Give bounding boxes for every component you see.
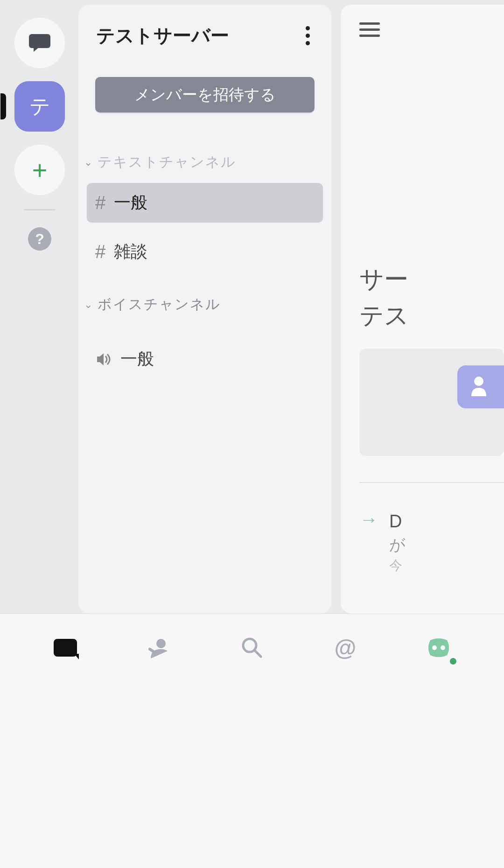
nav-profile[interactable]: [422, 631, 455, 665]
server-header: テストサーバー: [78, 5, 331, 49]
channel-name: 一般: [114, 191, 147, 214]
server-active-indicator: [0, 93, 6, 119]
hamburger-icon: [359, 22, 380, 25]
hash-icon: #: [95, 241, 105, 262]
chat-bubble-icon: [28, 33, 51, 53]
nav-mentions[interactable]: @: [329, 631, 362, 665]
nav-search[interactable]: [235, 631, 269, 665]
speaker-icon: [95, 351, 112, 368]
chevron-down-icon: ⌄: [84, 299, 93, 311]
plus-icon: +: [32, 155, 48, 185]
channel-name: 雑談: [114, 240, 147, 263]
hash-icon: #: [95, 192, 105, 213]
discord-logo-icon: [54, 639, 77, 657]
discord-face-icon: [426, 637, 452, 658]
voice-channel-list: 一般: [78, 339, 331, 379]
svg-line-4: [255, 651, 261, 657]
svg-point-1: [474, 377, 483, 386]
server-name: テストサーバー: [96, 23, 229, 49]
bottom-nav: @: [0, 614, 504, 868]
server-initial: テ: [29, 93, 50, 120]
help-button[interactable]: ?: [28, 227, 51, 251]
content-card-button[interactable]: [457, 365, 504, 408]
nav-friends-tab[interactable]: [142, 631, 175, 665]
search-icon: [240, 636, 264, 659]
text-channel-list: # 一般 # 雑談: [78, 183, 331, 272]
text-channel-chat[interactable]: # 雑談: [87, 232, 323, 272]
content-card: [359, 349, 504, 456]
dots-icon: [306, 26, 310, 30]
content-title: サー テス: [359, 261, 504, 334]
arrow-right-icon: →: [359, 509, 378, 530]
svg-point-5: [432, 645, 437, 650]
at-icon: @: [335, 635, 357, 661]
text-category[interactable]: ⌄ テキストチャンネル: [78, 153, 331, 172]
nav-home[interactable]: [49, 631, 82, 665]
channel-panel: テストサーバー メンバーを招待する ⌄ テキストチャンネル # 一般 # 雑談 …: [78, 5, 331, 614]
voice-category-label: ボイスチャンネル: [98, 295, 221, 314]
system-message: → D が 今: [359, 509, 504, 574]
server-rail: テ + ?: [0, 0, 79, 616]
voice-channel-general[interactable]: 一般: [87, 339, 323, 379]
menu-button[interactable]: [359, 22, 380, 37]
svg-point-2: [156, 639, 166, 648]
add-server-button[interactable]: +: [14, 145, 65, 195]
person-icon: [467, 373, 495, 401]
chevron-down-icon: ⌄: [84, 156, 93, 168]
voice-category[interactable]: ⌄ ボイスチャンネル: [78, 295, 331, 314]
rail-divider: [24, 209, 56, 210]
invite-button[interactable]: メンバーを招待する: [95, 77, 315, 112]
svg-rect-0: [29, 34, 50, 48]
server-button[interactable]: テ: [14, 81, 65, 132]
dm-button[interactable]: [14, 18, 65, 68]
svg-point-6: [441, 645, 445, 650]
content-divider: [359, 482, 504, 483]
server-options-button[interactable]: [302, 22, 314, 49]
content-panel: サー テス → D が 今: [341, 5, 504, 614]
friends-icon: [147, 636, 170, 659]
online-badge-icon: [448, 656, 458, 666]
text-category-label: テキストチャンネル: [98, 153, 236, 172]
question-icon: ?: [35, 231, 44, 248]
channel-name: 一般: [120, 348, 154, 371]
text-channel-general[interactable]: # 一般: [87, 183, 323, 223]
